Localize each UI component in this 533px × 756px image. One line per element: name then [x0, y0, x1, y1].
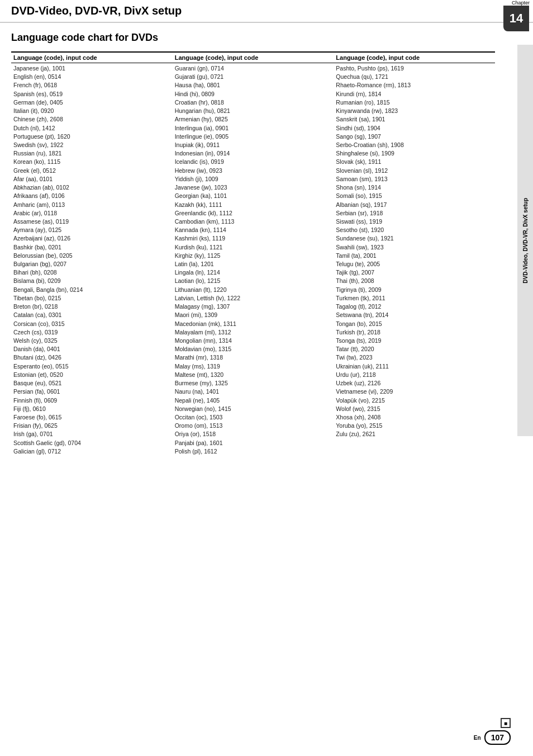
list-item: Indonesian (in), 0914 [175, 149, 332, 158]
list-item: Swahili (sw), 1923 [336, 243, 493, 252]
page-header: DVD-Video, DVD-VR, DivX setup Chapter 14 [0, 0, 533, 23]
list-item: Thai (th), 2008 [336, 277, 493, 285]
list-item: Zulu (zu), 2621 [336, 430, 493, 438]
list-item: Armenian (hy), 0825 [175, 115, 332, 124]
list-item: Latin (la), 1201 [175, 260, 332, 268]
list-item: English (en), 0514 [13, 73, 170, 81]
col1-content: Japanese (ja), 1001English (en), 0514Fre… [11, 63, 173, 457]
list-item: Maltese (mt), 1320 [175, 371, 332, 379]
list-item: Yiddish (ji), 1009 [175, 175, 332, 183]
list-item: Gujarati (gu), 0721 [175, 73, 332, 81]
list-item: Pashto, Pushto (ps), 1619 [336, 64, 493, 73]
list-item: Basque (eu), 0521 [13, 379, 170, 388]
list-item: Swedish (sv), 1922 [13, 141, 170, 149]
list-item: Vietnamese (vi), 2209 [336, 388, 493, 396]
list-item: Wolof (wo), 2315 [336, 405, 493, 413]
list-item: Greek (el), 0512 [13, 167, 170, 175]
list-item: Setswana (tn), 2014 [336, 311, 493, 319]
list-item: Volapük (vo), 2215 [336, 396, 493, 405]
list-item: Lingala (ln), 1214 [175, 268, 332, 277]
list-item: Japanese (ja), 1001 [13, 64, 170, 73]
list-item: Abkhazian (ab), 0102 [13, 183, 170, 192]
list-item: Quechua (qu), 1721 [336, 73, 493, 81]
list-item: Kannada (kn), 1114 [175, 226, 332, 234]
page-number: 107 [484, 730, 511, 745]
list-item: Inupiak (ik), 0911 [175, 141, 332, 149]
list-item: Assamese (as), 0119 [13, 218, 170, 226]
sidebar-text: DVD-Video, DVD-VR, DivX setup [522, 198, 529, 284]
language-indicator: En [474, 735, 481, 741]
list-item: Siswati (ss), 1919 [336, 218, 493, 226]
list-item: Sundanese (su), 1921 [336, 234, 493, 243]
list-item: Afar (aa), 0101 [13, 175, 170, 183]
list-item: Azerbaijani (az), 0126 [13, 234, 170, 243]
list-item: Kurdish (ku), 1121 [175, 243, 332, 252]
list-item: Chinese (zh), 2608 [13, 115, 170, 124]
list-item: Marathi (mr), 1318 [175, 353, 332, 362]
language-table: Language (code), input code Language (co… [11, 51, 495, 457]
chapter-box: Chapter 14 [499, 0, 533, 31]
list-item: Icelandic (is), 0919 [175, 158, 332, 166]
list-item: Burmese (my), 1325 [175, 379, 332, 388]
list-item: Greenlandic (kl), 1112 [175, 209, 332, 218]
list-item: Cambodian (km), 1113 [175, 218, 332, 226]
list-item: Fiji (fj), 0610 [13, 405, 170, 413]
list-item: Guarani (gn), 0714 [175, 64, 332, 73]
list-item: Hungarian (hu), 0821 [175, 107, 332, 115]
list-item: German (de), 0405 [13, 98, 170, 107]
stop-icon: ■ [501, 718, 511, 728]
list-item: Finnish (fi), 0609 [13, 396, 170, 405]
list-item: Portuguese (pt), 1620 [13, 133, 170, 141]
list-item: Macedonian (mk), 1311 [175, 320, 332, 328]
col3-content: Pashto, Pushto (ps), 1619Quechua (qu), 1… [334, 63, 495, 457]
list-item: Nauru (na), 1401 [175, 388, 332, 396]
list-item: Korean (ko), 1115 [13, 158, 170, 166]
list-item: Turkish (tr), 2018 [336, 328, 493, 337]
list-item: Bislama (bi), 0209 [13, 277, 170, 285]
list-item: Sanskrit (sa), 1901 [336, 115, 493, 124]
col1-header: Language (code), input code [11, 51, 173, 63]
list-item: Afrikaans (af), 0106 [13, 192, 170, 200]
list-item: Norwegian (no), 1415 [175, 405, 332, 413]
list-item: Kashmiri (ks), 1119 [175, 234, 332, 243]
list-item: Sindhi (sd), 1904 [336, 124, 493, 133]
list-item: Slovenian (sl), 1912 [336, 167, 493, 175]
list-item: Tatar (tt), 2020 [336, 345, 493, 353]
list-item: Panjabi (pa), 1601 [175, 439, 332, 447]
list-item: Moldavian (mo), 1315 [175, 345, 332, 353]
bottom-right-row: En 107 [474, 730, 511, 745]
list-item: Ukrainian (uk), 2111 [336, 362, 493, 371]
list-item: Sesotho (st), 1920 [336, 226, 493, 234]
list-item: Croatian (hr), 0818 [175, 98, 332, 107]
list-item: Persian (fa), 0601 [13, 388, 170, 396]
chapter-label: Chapter [499, 0, 533, 6]
list-item: Georgian (ka), 1101 [175, 192, 332, 200]
list-item: Bashkir (ba), 0201 [13, 243, 170, 252]
list-item: Bhutani (dz), 0426 [13, 353, 170, 362]
list-item: Bengali, Bangla (bn), 0214 [13, 286, 170, 294]
list-item: Kirundi (rn), 1814 [336, 90, 493, 98]
col2-header: Language (code), input code [173, 51, 334, 63]
list-item: Danish (da), 0401 [13, 345, 170, 353]
list-item: Scottish Gaelic (gd), 0704 [13, 439, 170, 447]
list-item: Telugu (te), 2005 [336, 260, 493, 268]
list-item: Estonian (et), 0520 [13, 371, 170, 379]
col3-header: Language (code), input code [334, 51, 495, 63]
list-item: Malayalam (ml), 1312 [175, 328, 332, 337]
list-item: Lithuanian (lt), 1220 [175, 286, 332, 294]
list-item: Bulgarian (bg), 0207 [13, 260, 170, 268]
list-item: Dutch (nl), 1412 [13, 124, 170, 133]
list-item: Mongolian (mn), 1314 [175, 337, 332, 345]
list-item: Tagalog (tl), 2012 [336, 303, 493, 311]
main-content: Language code chart for DVDs Language (c… [0, 23, 517, 466]
list-item: Tsonga (ts), 2019 [336, 337, 493, 345]
list-item: Samoan (sm), 1913 [336, 175, 493, 183]
list-item: Urdu (ur), 2118 [336, 371, 493, 379]
list-item: Malagasy (mg), 1307 [175, 303, 332, 311]
list-item: Polish (pl), 1612 [175, 447, 332, 456]
list-item: Arabic (ar), 0118 [13, 209, 170, 218]
list-item: Spanish (es), 0519 [13, 90, 170, 98]
list-item: Czech (cs), 0319 [13, 328, 170, 337]
list-item: Latvian, Lettish (lv), 1222 [175, 294, 332, 303]
list-item: Tibetan (bo), 0215 [13, 294, 170, 303]
